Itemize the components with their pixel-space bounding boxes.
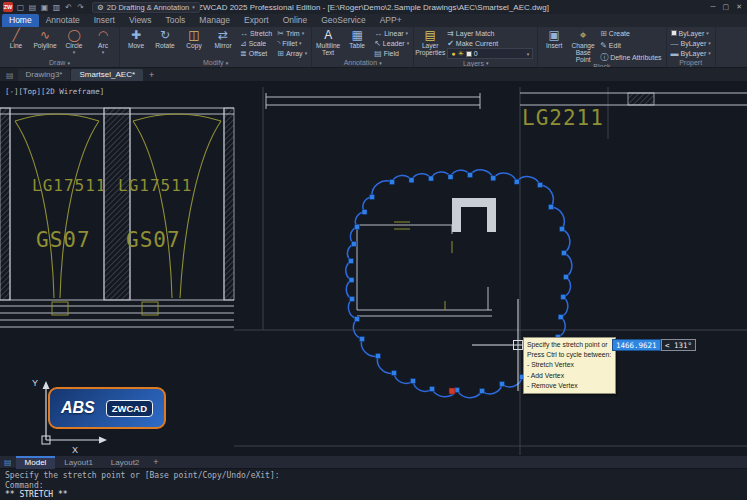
hot-grip[interactable] — [449, 388, 455, 394]
ribbon-tab-home[interactable]: Home — [2, 14, 39, 27]
grip[interactable] — [468, 173, 473, 178]
panel-label-properties[interactable]: Propert — [669, 58, 713, 67]
move-button[interactable]: ✚Move — [122, 28, 150, 58]
grip[interactable] — [480, 389, 485, 394]
grip[interactable] — [355, 225, 360, 230]
field-button[interactable]: ▤Field — [374, 48, 409, 58]
doc-tab-drawing3-[interactable]: Drawing3* — [18, 69, 71, 81]
doc-tab-smartsel_aec-[interactable]: Smartsel_AEC* — [71, 69, 143, 81]
grip[interactable] — [390, 180, 395, 185]
zwcad-app-icon[interactable]: ZW — [3, 2, 13, 12]
grip[interactable] — [370, 195, 375, 200]
offset-button[interactable]: ≣Offset — [240, 48, 272, 58]
grip[interactable] — [350, 297, 355, 302]
print-icon[interactable]: ▥ — [51, 3, 62, 12]
grip[interactable] — [355, 317, 360, 322]
leader-button[interactable]: ↖Leader▾ — [374, 38, 409, 48]
grip[interactable] — [564, 275, 569, 280]
maximize-button[interactable]: ▢ — [723, 3, 730, 11]
command-input[interactable]: ** STRETCH ** — [5, 490, 742, 500]
panel-label-draw[interactable]: Draw▾ — [2, 58, 117, 67]
panel-label-annotation[interactable]: Annotation▾ — [314, 58, 411, 67]
mirror-button[interactable]: ⇄Mirror — [209, 28, 237, 58]
grip[interactable] — [562, 251, 567, 256]
grip[interactable] — [429, 176, 434, 181]
new-layout-button[interactable]: + — [148, 457, 163, 467]
grip[interactable] — [352, 242, 357, 247]
change-base-point-button[interactable]: ⌖Change Base Point — [569, 28, 597, 63]
grip[interactable] — [538, 183, 543, 188]
ribbon-tab-manage[interactable]: Manage — [192, 14, 237, 27]
viewport-controls[interactable]: [-][Top][2D Wireframe] — [5, 87, 104, 96]
color-control[interactable]: ByLayer▾ — [671, 28, 711, 38]
make-current-button[interactable]: ✔Make Current — [447, 38, 533, 48]
grip[interactable] — [560, 227, 565, 232]
grip[interactable] — [349, 278, 354, 283]
linear-button[interactable]: ↔Linear▾ — [374, 28, 409, 38]
new-document-tab-button[interactable]: + — [144, 70, 159, 81]
scale-button[interactable]: ⊿Scale — [240, 38, 272, 48]
grip[interactable] — [561, 295, 566, 300]
ribbon-tab-online[interactable]: Online — [276, 14, 315, 27]
minimize-button[interactable]: ─ — [711, 3, 716, 11]
open-file-icon[interactable]: ▤ — [27, 3, 38, 12]
grip[interactable] — [411, 379, 416, 384]
ribbon-tab-export[interactable]: Export — [237, 14, 276, 27]
dynamic-input-distance[interactable]: 1466.9621 — [612, 339, 661, 351]
edit-button[interactable]: ✎Edit — [600, 40, 661, 50]
layout-list-icon[interactable]: ▤ — [0, 458, 16, 467]
arc-button[interactable]: ◠Arc▾ — [89, 28, 117, 58]
ribbon-tab-geoservice[interactable]: GeoService — [314, 14, 372, 27]
drawing-area[interactable]: LG17511LG17511GS07GS07LG2211YX [-][Top][… — [0, 81, 747, 456]
tab-layout1[interactable]: Layout1 — [55, 456, 101, 469]
insert-button[interactable]: ▣Insert — [540, 28, 568, 63]
grip[interactable] — [549, 205, 554, 210]
define-attributes-button[interactable]: ⓘDefine Attributes — [600, 52, 661, 62]
linetype-control[interactable]: —ByLayer▾ — [671, 38, 711, 48]
grip[interactable] — [362, 210, 367, 215]
grip[interactable] — [392, 371, 397, 376]
ribbon-tab-views[interactable]: Views — [122, 14, 159, 27]
ribbon-tab-annotate[interactable]: Annotate — [39, 14, 87, 27]
ribbon-tab-app+[interactable]: APP+ — [373, 14, 409, 27]
workspace-switcher[interactable]: ⚙ 2D Drafting & Annotation ▾ — [92, 2, 200, 13]
panel-label-layers[interactable]: Layers▾ — [416, 59, 535, 67]
ribbon-tab-insert[interactable]: Insert — [87, 14, 122, 27]
new-file-icon[interactable]: ▢ — [15, 3, 26, 12]
table-button[interactable]: ▦Table — [343, 28, 371, 58]
create-button[interactable]: ⊞Create — [600, 29, 661, 39]
layer-properties-button[interactable]: ▤Layer Properties — [416, 28, 444, 59]
command-line[interactable]: Specify the stretch point or [Base point… — [0, 469, 747, 500]
tab-layout2[interactable]: Layout2 — [102, 456, 148, 469]
grip[interactable] — [514, 179, 519, 184]
grip[interactable] — [448, 174, 453, 179]
copy-button[interactable]: ◫Copy — [180, 28, 208, 58]
close-button[interactable]: ✕ — [736, 3, 742, 11]
multiline-text-button[interactable]: AMultiline Text — [314, 28, 342, 58]
grip[interactable] — [376, 354, 381, 359]
grip[interactable] — [430, 387, 435, 392]
ribbon-tab-tools[interactable]: Tools — [159, 14, 193, 27]
layer-dropdown[interactable]: ●☀0▾ — [447, 48, 533, 59]
grip[interactable] — [360, 337, 365, 342]
grip[interactable] — [491, 176, 496, 181]
grip[interactable] — [558, 315, 563, 320]
stretch-button[interactable]: ↔Stretch — [240, 28, 272, 38]
line-button[interactable]: ╱Line — [2, 28, 30, 58]
lineweight-control[interactable]: ▬ByLayer▾ — [671, 48, 711, 58]
dynamic-input-angle[interactable]: < 131° — [661, 339, 696, 351]
array-button[interactable]: ⊞Array▾ — [277, 48, 307, 58]
panel-label-modify[interactable]: Modify▾ — [122, 58, 309, 67]
fillet-button[interactable]: ◝Fillet▾ — [277, 38, 307, 48]
circle-button[interactable]: ◯Circle▾ — [60, 28, 88, 58]
layer-match-button[interactable]: ⇉Layer Match — [447, 28, 533, 38]
grip[interactable] — [500, 382, 505, 387]
rotate-button[interactable]: ↻Rotate — [151, 28, 179, 58]
grip[interactable] — [409, 178, 414, 183]
redo-icon[interactable]: ↷ — [75, 3, 86, 12]
trim-button[interactable]: ✂Trim▾ — [277, 28, 307, 38]
save-icon[interactable]: ▣ — [39, 3, 50, 12]
tab-model[interactable]: Model — [16, 456, 56, 469]
grip[interactable] — [349, 259, 354, 264]
polyline-button[interactable]: ∿Polyline — [31, 28, 59, 58]
